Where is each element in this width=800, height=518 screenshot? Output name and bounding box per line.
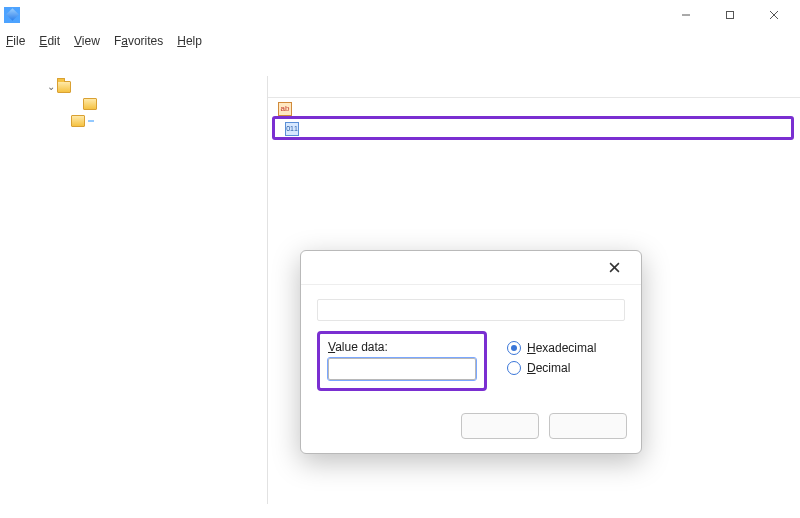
edit-dword-dialog: Value data: Hexadecimal Decimal — [300, 250, 642, 454]
list-row[interactable]: ab — [268, 98, 800, 118]
svg-rect-1 — [727, 11, 734, 18]
tree-view[interactable]: ⌄ — [0, 76, 268, 504]
list-row-highlighted[interactable]: 011 — [272, 116, 794, 140]
radio-icon — [507, 361, 521, 375]
radio-hexadecimal[interactable]: Hexadecimal — [507, 341, 625, 355]
tree-item-appprivacy[interactable] — [0, 112, 267, 129]
tree-item-wsdapi[interactable]: ⌄ — [0, 78, 267, 95]
column-data[interactable] — [542, 76, 800, 97]
address-bar[interactable] — [0, 52, 800, 76]
window-controls — [664, 0, 796, 30]
close-button[interactable] — [752, 0, 796, 30]
column-type[interactable] — [426, 76, 542, 97]
base-group: Hexadecimal Decimal — [507, 331, 625, 391]
tree-item-discovery-proxies[interactable] — [0, 95, 267, 112]
value-name-field[interactable] — [317, 299, 625, 321]
menu-edit[interactable]: Edit — [39, 34, 60, 48]
minimize-button[interactable] — [664, 0, 708, 30]
list-header — [268, 76, 800, 98]
ok-button[interactable] — [461, 413, 539, 439]
menu-bar: File Edit View Favorites Help — [0, 30, 800, 52]
folder-icon — [71, 115, 85, 127]
menu-help[interactable]: Help — [177, 34, 202, 48]
menu-file[interactable]: File — [6, 34, 25, 48]
column-name[interactable] — [268, 76, 426, 97]
value-data-label: Value data: — [328, 340, 476, 354]
value-data-input[interactable] — [328, 358, 476, 380]
dialog-titlebar — [301, 251, 641, 285]
menu-view[interactable]: View — [74, 34, 100, 48]
cancel-button[interactable] — [549, 413, 627, 439]
maximize-button[interactable] — [708, 0, 752, 30]
chevron-down-icon[interactable]: ⌄ — [44, 82, 57, 92]
dword-value-icon: 011 — [285, 122, 299, 136]
regedit-icon — [4, 7, 20, 23]
string-value-icon: ab — [278, 102, 292, 116]
folder-icon — [83, 98, 97, 110]
value-data-highlight: Value data: — [317, 331, 487, 391]
radio-icon — [507, 341, 521, 355]
radio-decimal[interactable]: Decimal — [507, 361, 625, 375]
title-bar — [0, 0, 800, 30]
folder-icon — [57, 81, 71, 93]
menu-favorites[interactable]: Favorites — [114, 34, 163, 48]
dialog-close-button[interactable] — [601, 255, 627, 281]
